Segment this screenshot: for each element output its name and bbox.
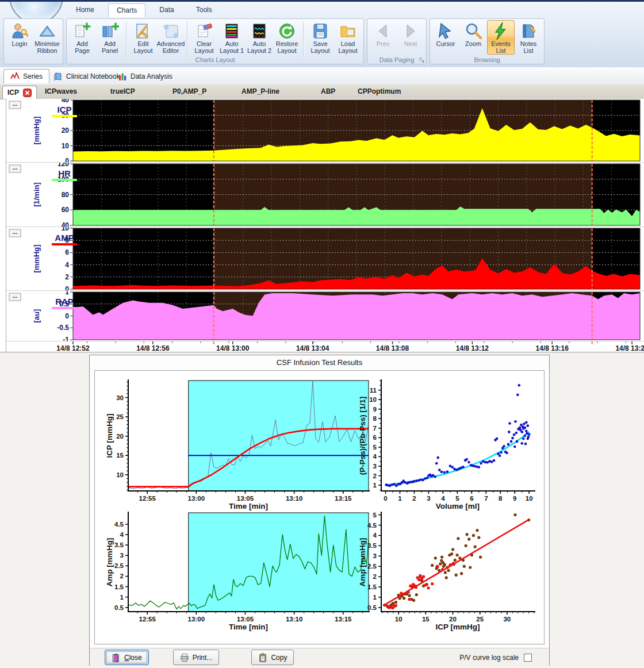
zoom-label: Zoom [465,41,481,48]
svg-text:1: 1 [398,495,402,502]
advanced-editor-button[interactable]: AdvancedEditor [157,20,185,55]
cursor-button[interactable]: Cursor [432,20,459,48]
prev-button[interactable]: Prev [369,20,397,48]
dialog-chart-area: 12:5513:0013:0513:1013:151015202530Time … [94,370,545,644]
svg-text:1: 1 [373,594,377,601]
login-button[interactable]: Login [6,20,33,48]
group-separator [126,22,127,57]
svg-text:20: 20 [116,433,124,440]
pv-curve-line-series [386,432,530,485]
chart-tab-icpwaves[interactable]: ICPwaves [45,87,77,95]
load-layout-icon [339,22,357,40]
print-button[interactable]: Print... [173,650,220,665]
pv-log-scale-checkbox[interactable] [524,654,532,662]
rap-legend-swatch [52,307,77,309]
amp-vs-time-plot[interactable]: 12:5513:0013:0513:1013:150.511.522.533.5… [105,512,370,631]
svg-text:Volume [ml]: Volume [ml] [436,502,480,510]
events-list-button[interactable]: EventsList [487,20,515,55]
chart-tab-abp[interactable]: ABP [321,87,335,95]
pv-curve-plot[interactable]: 0123456789101234567891011Volume [ml](P-P… [358,379,535,510]
view-tab-series[interactable]: Series [3,69,49,83]
svg-text:10: 10 [369,396,377,403]
ribbon-tab-tools[interactable]: Tools [188,3,220,17]
chart-tab-label: AMP_P-line [241,87,279,95]
login-label: Login [12,41,28,48]
auto-layout-1-label: AutoLayout 1 [220,41,244,54]
svg-text:...: ... [13,164,18,171]
zoom-button[interactable]: Zoom [459,20,487,48]
printer-icon [180,653,189,662]
notes-list-button[interactable]: NotesList [515,20,542,55]
next-label: Next [404,41,417,48]
svg-text:9: 9 [513,495,516,502]
add-page-button[interactable]: AddPage [68,20,96,55]
infusion-region-highlight [189,513,369,612]
minimise-ribbon-button[interactable]: MinimiseRibbon [33,20,61,55]
ribbon-tab-charts[interactable]: Charts [108,3,145,17]
svg-text:[1/min]: [1/min] [32,182,41,207]
edit-layout-button[interactable]: EditLayout [129,20,157,55]
save-layout-button[interactable]: SaveLayout [306,20,334,55]
icp-panel-menu-button[interactable]: ... [9,101,21,109]
svg-text:(P-Pss)/(Pb-Pss) [1/1]: (P-Pss)/(Pb-Pss) [1/1] [358,397,367,475]
svg-text:1.5: 1.5 [114,583,124,590]
chart-tab-p0,amp_p[interactable]: P0,AMP_P [172,87,206,95]
auto-layout-2-button[interactable]: AutoLayout 2 [246,20,273,55]
load-layout-button[interactable]: LoadLayout [334,20,362,55]
rap-chart-panel: -1-0.500.51...RAP[au] [6,291,644,341]
hr-panel-menu-button[interactable]: ... [9,164,21,172]
amp-panel-menu-button[interactable]: ... [9,229,21,237]
amp-chart-panel: 0246810...AMP[mmHg] [6,227,644,291]
clear-layout-label: ClearLayout [194,41,213,54]
svg-text:14/8 13:12: 14/8 13:12 [456,344,489,352]
view-tab-data-analysis[interactable]: Data Analysis [112,69,179,83]
view-tab-label: Series [23,72,43,80]
svg-text:5: 5 [373,444,377,451]
ribbon-tab-data[interactable]: Data [151,3,182,17]
svg-text:120: 120 [57,163,69,168]
chart-tab-icp[interactable]: ICP [2,86,37,99]
pv-log-scale-label: P/V curve log scale [459,654,519,662]
restore-layout-button[interactable]: RestoreLayout [273,20,301,55]
chart-tab-label: trueICP [110,87,135,95]
svg-text:13:15: 13:15 [335,616,352,623]
chart-tab-cppoptimum[interactable]: CPPoptimum [358,87,401,95]
add-panel-button[interactable]: AddPanel [96,20,124,55]
copy-button[interactable]: Copy [251,650,294,665]
dialog-buttons: ClosePrint...Copy [90,650,294,665]
clear-layout-button[interactable]: ClearLayout [190,20,218,55]
chart-tab-amp_p-line[interactable]: AMP_P-line [241,87,279,95]
rap-panel-menu-button[interactable]: ... [9,293,21,301]
auto-layout-1-button[interactable]: AutoLayout 1 [218,20,246,55]
data-analysis-bars-icon [118,72,127,81]
svg-text:4: 4 [65,261,69,269]
time-axis-strip: 14/8 12:5214/8 12:5614/8 13:0014/8 13:04… [6,341,644,352]
ribbon-tab-home[interactable]: Home [68,3,102,17]
chart-tab-close[interactable] [23,89,32,97]
next-button[interactable]: Next [397,20,424,48]
view-tab-bar: SeriesClinical NotebookData Analysis [0,67,644,85]
svg-text:1: 1 [120,594,124,601]
hr-legend-swatch [52,179,77,181]
amp-vs-icp-plot[interactable]: 10152025300.511.522.533.544.55ICP [mmHg]… [358,512,535,631]
svg-text:14/8 13:00: 14/8 13:00 [216,344,250,352]
svg-text:25: 25 [116,413,124,420]
svg-text:7: 7 [484,495,488,502]
svg-text:3: 3 [373,552,377,559]
group-label: Charts Layout [67,56,363,64]
svg-text:3.5: 3.5 [114,542,124,548]
icp-vs-time-plot[interactable]: 12:5513:0013:0513:1013:151015202530Time … [105,379,370,510]
svg-text:3: 3 [120,552,124,559]
close-button[interactable]: Close [105,650,149,665]
data-paging-dialog-launcher[interactable] [419,57,425,63]
svg-text:2: 2 [120,573,124,579]
svg-text:14/8 13:08: 14/8 13:08 [376,344,409,352]
svg-text:0.5: 0.5 [367,604,377,611]
svg-text:20: 20 [449,616,457,623]
chart-tab-trueicp[interactable]: trueICP [110,87,135,95]
svg-text:[mmHg]: [mmHg] [32,244,41,272]
csf-infusion-dialog: CSF Infusion Test Results 12:5513:0013:0… [89,355,550,666]
cursor-pointer-icon [436,22,455,40]
print-button-label: Print... [193,654,213,662]
ribbon-group-main: LoginMinimiseRibbon [3,18,63,64]
